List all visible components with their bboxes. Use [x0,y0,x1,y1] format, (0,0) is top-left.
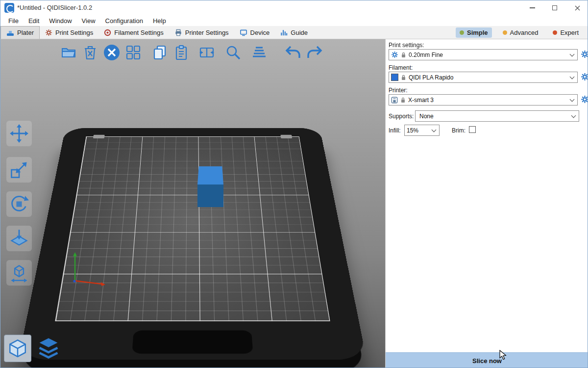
copy-button[interactable] [151,44,169,61]
print-settings-combobox[interactable]: 0.20mm Fine [389,49,578,60]
chevron-down-icon [570,74,575,79]
filament-value: QIDI PLA Rapido [409,74,568,81]
mode-simple[interactable]: Simple [456,27,492,38]
split-to-objects-button[interactable] [198,44,216,61]
tab-bar: Plater Print Settings Filament Settings … [0,26,588,39]
print-settings-value: 0.20mm Fine [409,52,568,58]
tab-printer-settings[interactable]: Printer Settings [169,26,234,39]
tab-guide[interactable]: Guide [275,26,313,39]
edit-gear-icon [581,73,588,81]
3d-view-cube-icon [7,338,28,359]
filament-edit-button[interactable] [581,73,588,81]
brim-checkbox[interactable] [469,126,476,133]
filament-label: Filament: [389,64,413,71]
bed-handle-cutout [132,330,253,353]
chevron-down-icon [570,97,575,102]
mode-expert[interactable]: Expert [549,27,583,38]
split-to-objects-icon [198,45,215,60]
lock-icon [400,97,406,103]
menu-window[interactable]: Window [44,16,76,26]
tab-print-settings[interactable]: Print Settings [40,26,98,39]
edit-gear-icon [581,50,588,58]
measure-tool-button[interactable] [6,260,32,286]
arrange-button[interactable] [124,44,142,61]
3d-viewport[interactable] [0,39,385,368]
print-settings-edit-button[interactable] [581,50,588,59]
delete-button[interactable] [81,44,99,61]
search-icon [225,45,241,60]
mode-advanced[interactable]: Advanced [499,27,542,38]
layers-preview-icon [37,337,60,360]
rotate-tool-button[interactable] [6,191,32,217]
move-tool-button[interactable] [6,121,32,146]
chevron-down-icon [570,52,575,56]
delete-trash-icon [83,45,98,60]
menu-view[interactable]: View [77,16,100,26]
chevron-down-icon [432,127,437,132]
scene [0,39,385,368]
advanced-mode-dot-icon [503,30,507,35]
maximize-button[interactable] [543,0,566,15]
slice-now-button[interactable]: Slice now [386,352,588,368]
cube-top-face [197,166,223,184]
preview-view-button[interactable] [35,335,62,362]
measure-icon [9,263,29,283]
menu-configuration[interactable]: Configuration [100,16,148,26]
tab-plater[interactable]: Plater [0,26,40,39]
preset-gear-icon [391,51,398,58]
model-object-cube[interactable] [197,166,223,207]
menu-bar: File Edit Window View Configuration Help [0,15,588,26]
variable-layer-height-button[interactable] [250,44,268,61]
expert-mode-dot-icon [553,30,557,35]
printer-value: X-smart 3 [408,97,568,104]
printer-combobox[interactable]: X-smart 3 [389,94,578,105]
menu-edit[interactable]: Edit [24,16,44,26]
lock-icon [401,74,406,80]
guide-bars-icon [280,29,288,36]
minimize-button[interactable] [521,0,543,15]
redo-icon [306,45,323,60]
title-bar: *Untitled - QIDISlicer-1.0.2 [0,0,588,15]
open-folder-button[interactable] [60,44,77,61]
print-bed [19,128,367,360]
redo-button[interactable] [306,44,323,61]
move-icon [9,124,29,143]
place-on-face-tool-button[interactable] [6,226,32,251]
search-button[interactable] [224,44,242,61]
brim-label: Brim: [452,127,466,134]
delete-all-button[interactable] [103,44,121,61]
bed-clip-left [93,135,105,138]
paste-button[interactable] [172,44,190,61]
close-button[interactable] [566,0,588,15]
gear-icon [45,29,52,36]
tab-filament-settings[interactable]: Filament Settings [98,26,169,39]
lock-icon [401,52,406,58]
printer-edit-button[interactable] [581,95,588,104]
arrange-grid-icon [125,45,141,60]
axes-indicator [68,249,112,290]
undo-button[interactable] [284,44,302,61]
tab-device[interactable]: Device [234,26,275,39]
mouse-cursor [499,350,507,361]
printer-small-icon [391,97,398,104]
open-folder-icon [61,45,76,60]
infill-combobox[interactable]: 15% [404,125,440,136]
window-controls [521,0,588,15]
paste-icon [174,45,189,60]
supports-combobox[interactable]: None [415,110,579,122]
device-monitor-icon [240,29,247,36]
undo-icon [285,45,301,60]
filament-color-swatch [391,74,398,81]
menu-help[interactable]: Help [148,16,171,26]
settings-sidebar: Print settings: 0.20mm Fine Filament: QI… [385,39,588,368]
filament-combobox[interactable]: QIDI PLA Rapido [389,72,578,83]
3d-editor-view-button[interactable] [4,335,31,362]
menu-file[interactable]: File [3,16,24,26]
scale-tool-button[interactable] [6,157,32,183]
edit-gear-icon [581,95,588,104]
copy-icon [152,45,167,60]
scale-icon [9,160,29,180]
place-on-face-icon [9,229,29,248]
delete-all-icon [103,44,121,61]
close-icon [575,5,580,11]
